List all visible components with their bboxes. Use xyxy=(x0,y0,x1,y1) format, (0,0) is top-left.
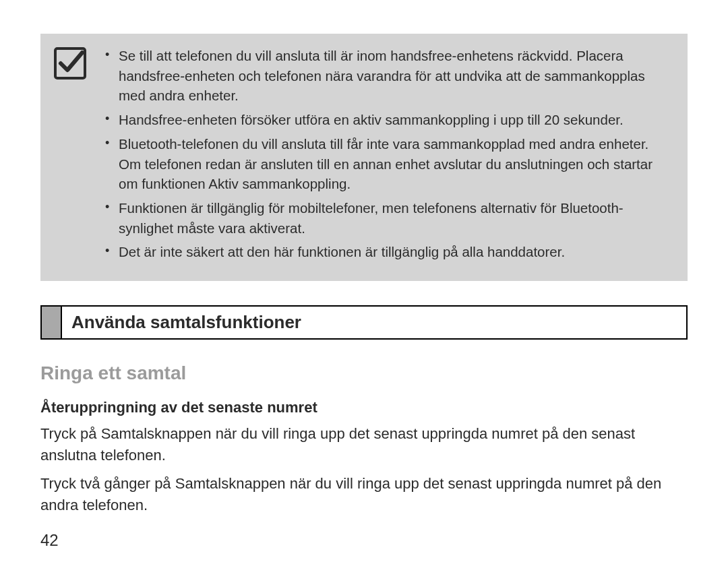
section-header-tab xyxy=(42,307,62,338)
checkbox-tick-icon xyxy=(53,46,88,81)
manual-page: Se till att telefonen du vill ansluta ti… xyxy=(0,0,728,566)
note-bullet: Det är inte säkert att den här funktione… xyxy=(102,242,670,262)
note-bullet: Se till att telefonen du vill ansluta ti… xyxy=(102,46,670,106)
subheading: Ringa ett samtal xyxy=(40,363,688,384)
page-number: 42 xyxy=(40,531,59,550)
section-title: Använda samtalsfunktioner xyxy=(62,307,311,338)
sub-subheading: Återuppringning av det senaste numret xyxy=(40,399,688,416)
info-note-box: Se till att telefonen du vill ansluta ti… xyxy=(40,34,688,281)
note-bullet: Handsfree-enheten försöker utföra en akt… xyxy=(102,110,670,130)
body-paragraph: Tryck på Samtalsknappen när du vill ring… xyxy=(40,423,688,466)
note-bullet: Bluetooth-telefonen du vill ansluta till… xyxy=(102,134,670,194)
note-bullet: Funktionen är tillgänglig för mobiltelef… xyxy=(102,198,670,238)
section-header-bar: Använda samtalsfunktioner xyxy=(40,305,688,340)
body-paragraph: Tryck två gånger på Samtalsknappen när d… xyxy=(40,473,688,516)
note-bullet-list: Se till att telefonen du vill ansluta ti… xyxy=(102,46,670,266)
